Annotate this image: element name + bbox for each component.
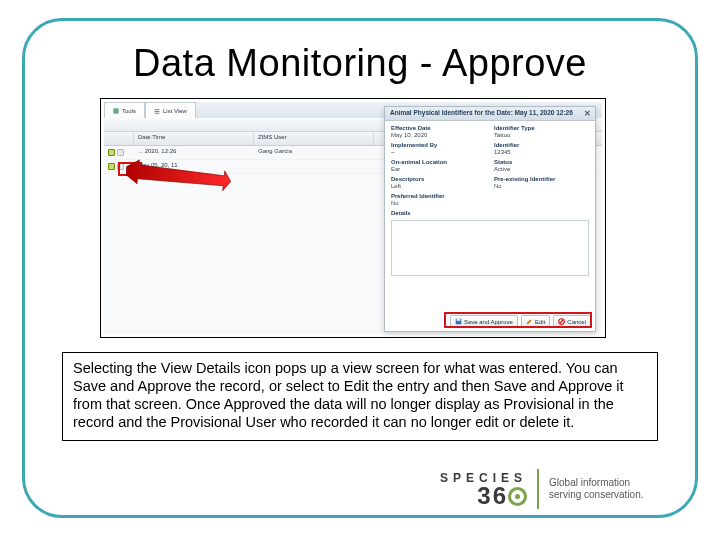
pencil-icon	[526, 318, 533, 325]
value-effective-date: May 10, 2020	[391, 132, 486, 138]
embedded-screenshot: Tools List View Date Time ZIMS User ... …	[100, 98, 606, 338]
slide-title: Data Monitoring - Approve	[0, 42, 720, 85]
label-details: Details	[391, 210, 589, 216]
cell-user: Gang Garcia	[254, 146, 374, 159]
logo-mark: SPECIES 3 6	[440, 469, 539, 509]
dialog-title: Animal Physical Identifiers for the Date…	[390, 109, 573, 116]
svg-rect-3	[155, 112, 160, 113]
cancel-button[interactable]: Cancel	[553, 315, 591, 328]
cell-date: ... 2020, 12:26	[134, 146, 254, 159]
label-identifier-type: Identifier Type	[494, 125, 589, 131]
button-label: Cancel	[567, 319, 586, 325]
edit-button[interactable]: Edit	[521, 315, 550, 328]
value-identifier-type: Tattoo	[494, 132, 589, 138]
save-and-approve-button[interactable]: Save and Approve	[450, 315, 518, 328]
col-date-header: Date Time	[134, 132, 254, 145]
svg-marker-7	[527, 319, 532, 324]
species360-logo: SPECIES 3 6 Global information serving c…	[440, 468, 670, 510]
details-dialog: Animal Physical Identifiers for the Date…	[384, 106, 596, 332]
label-status: Status	[494, 159, 589, 165]
logo-3: 3	[477, 485, 490, 507]
svg-rect-2	[155, 111, 160, 112]
dialog-title-bar: Animal Physical Identifiers for the Date…	[385, 107, 595, 121]
cancel-icon	[558, 318, 565, 325]
dialog-footer: Save and Approve Edit Cancel	[450, 315, 591, 328]
value-location: Ear	[391, 166, 486, 172]
tagline-1: Global information	[549, 477, 644, 489]
row-icon[interactable]	[117, 163, 124, 170]
svg-line-9	[560, 320, 564, 324]
value-descriptors: Left	[391, 183, 486, 189]
tab-label: Tools	[122, 108, 136, 114]
tagline-2: serving conservation.	[549, 489, 644, 501]
label-preexisting: Pre-existing Identifier	[494, 176, 589, 182]
view-details-icon[interactable]	[108, 163, 115, 170]
label-effective-date: Effective Date	[391, 125, 486, 131]
label-location: On-animal Location	[391, 159, 486, 165]
cell-date: May 05, 20, 11	[134, 160, 254, 173]
col-actions	[104, 132, 134, 145]
tab-listview[interactable]: List View	[145, 102, 196, 118]
value-preferred: No	[391, 200, 486, 206]
logo-tagline: Global information serving conservation.	[539, 477, 644, 501]
label-implemented-by: Implemented By	[391, 142, 486, 148]
value-preexisting: No	[494, 183, 589, 189]
logo-6: 6	[493, 485, 506, 507]
svg-rect-1	[155, 109, 160, 110]
explanation-text: Selecting the View Details icon pops up …	[62, 352, 658, 441]
button-label: Edit	[535, 319, 545, 325]
label-preferred: Preferred Identifier	[391, 193, 486, 199]
logo-zero-icon	[508, 487, 527, 506]
row-icon[interactable]	[117, 149, 124, 156]
label-identifier: Identifier	[494, 142, 589, 148]
details-textarea[interactable]	[391, 220, 589, 276]
app-grid: Tools List View Date Time ZIMS User ... …	[104, 102, 602, 334]
label-descriptors: Descriptors	[391, 176, 486, 182]
value-identifier: 12345	[494, 149, 589, 155]
disk-icon	[455, 318, 462, 325]
tools-icon	[113, 108, 119, 114]
view-details-icon[interactable]	[108, 149, 115, 156]
tab-tools[interactable]: Tools	[104, 102, 145, 118]
tab-label: List View	[163, 108, 187, 114]
svg-rect-0	[114, 108, 119, 113]
button-label: Save and Approve	[464, 319, 513, 325]
dialog-body: Effective Date May 10, 2020 Identifier T…	[385, 121, 595, 218]
svg-rect-6	[457, 319, 461, 321]
value-status: Active	[494, 166, 589, 172]
value-implemented-by: ~	[391, 149, 486, 155]
logo-text-360: 3 6	[440, 485, 527, 507]
list-icon	[154, 108, 160, 114]
col-user-header: ZIMS User	[254, 132, 374, 145]
close-icon[interactable]: ✕	[583, 109, 592, 118]
cell-user	[254, 160, 374, 173]
